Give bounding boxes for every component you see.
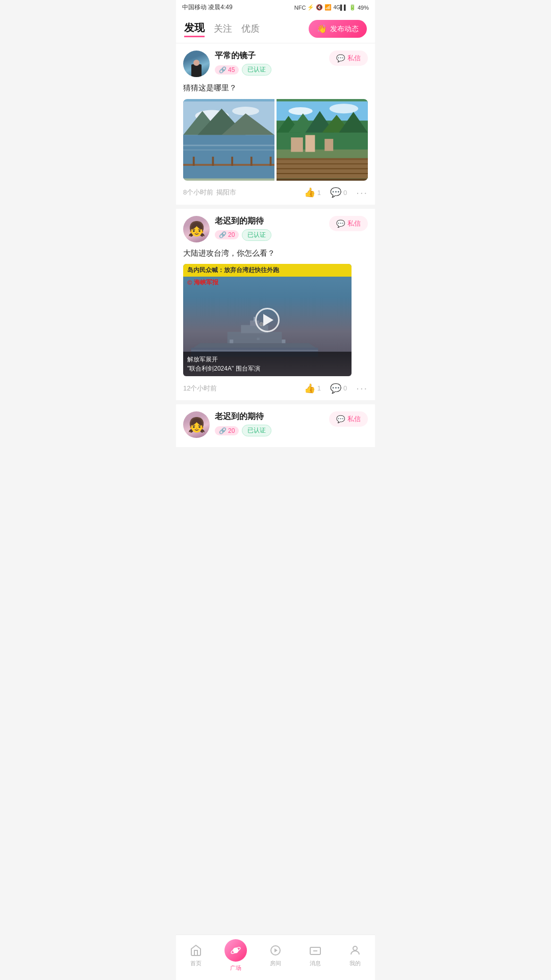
post-meta: 8个小时前 揭阳市 — [183, 188, 296, 197]
svg-rect-44 — [257, 338, 259, 340]
verified-tag: 已认证 — [242, 229, 271, 241]
svg-rect-28 — [277, 158, 368, 160]
post-time: 12个小时前 — [183, 384, 217, 393]
like-button[interactable]: 👍 1 — [304, 383, 321, 394]
private-message-button[interactable]: 💬 私信 — [329, 51, 368, 66]
post-footer: 12个小时前 👍 1 💬 0 ··· — [183, 382, 368, 394]
verified-tag: 已认证 — [242, 425, 271, 436]
svg-rect-32 — [291, 137, 303, 152]
follower-icon: 🔗 — [219, 231, 227, 238]
tab-discover[interactable]: 发现 — [184, 21, 205, 37]
user-tags: 🔗 20 已认证 — [215, 229, 271, 241]
svg-rect-43 — [282, 339, 285, 343]
status-carrier: 中国移动 凌晨4:49 — [182, 3, 233, 12]
more-options-button[interactable]: ··· — [356, 187, 368, 199]
signal-icon: 4G▌▌ — [333, 5, 347, 10]
comment-button[interactable]: 💬 0 — [330, 187, 347, 198]
svg-rect-14 — [251, 156, 253, 165]
user-info: 老迟到的期待 🔗 20 已认证 — [215, 216, 271, 241]
comment-count: 0 — [343, 384, 347, 392]
avatar-person-silhouette — [189, 57, 204, 77]
video-top-bar: 岛内民众喊：放弃台湾赶快往外跑 — [183, 264, 352, 277]
svg-rect-10 — [183, 164, 274, 166]
svg-rect-11 — [193, 156, 195, 165]
svg-rect-13 — [231, 156, 233, 165]
post-location: 揭阳市 — [216, 188, 236, 197]
battery-percent: 49% — [358, 5, 369, 11]
private-message-button[interactable]: 💬 私信 — [329, 216, 368, 231]
post-header: 平常的镜子 🔗 45 已认证 💬 私信 — [183, 51, 368, 77]
hand-icon: 👋 — [317, 24, 327, 34]
svg-rect-37 — [228, 332, 282, 343]
post-header: 👧 老迟到的期待 🔗 20 已认证 💬 私信 — [183, 216, 368, 242]
avatar-girl-icon: 👧 — [188, 220, 206, 237]
svg-rect-9 — [183, 149, 274, 150]
svg-point-18 — [289, 107, 313, 114]
svg-rect-34 — [324, 139, 333, 151]
follower-tag: 🔗 45 — [215, 65, 239, 75]
ship-svg — [188, 316, 321, 357]
username: 老迟到的期待 — [215, 411, 271, 422]
post-content: 大陆进攻台湾，你怎么看？ — [183, 248, 368, 259]
post-video[interactable]: 岛内民众喊：放弃台湾赶快往外跑 © 海峡军报 — [183, 264, 352, 376]
bubble-icon: 💬 — [336, 415, 345, 423]
post-meta: 12个小时前 — [183, 384, 296, 393]
like-count: 1 — [317, 189, 321, 197]
private-message-button[interactable]: 💬 私信 — [329, 411, 368, 427]
play-triangle-icon — [263, 314, 273, 326]
post-footer: 8个小时前 揭阳市 👍 1 💬 0 ··· — [183, 187, 368, 199]
nav-tabs: 发现 关注 优质 — [184, 21, 260, 37]
play-button[interactable] — [255, 308, 280, 332]
video-logo: © 海峡军报 — [187, 278, 218, 287]
svg-rect-46 — [191, 350, 318, 351]
status-icons: NFC ⚡ 🔇 📶 4G▌▌ 🔋 49% — [294, 4, 369, 11]
wifi-icon: 📶 — [324, 4, 332, 11]
svg-rect-15 — [270, 156, 272, 165]
avatar-girl-icon: 👧 — [188, 416, 206, 433]
post-image-lake — [183, 99, 274, 181]
svg-rect-42 — [230, 339, 233, 343]
follower-tag: 🔗 20 — [215, 426, 239, 435]
post-header: 👧 老迟到的期待 🔗 20 已认证 💬 私信 — [183, 411, 368, 438]
post-card: 平常的镜子 🔗 45 已认证 💬 私信 猜猜这是哪里？ — [176, 43, 375, 205]
tab-quality[interactable]: 优质 — [241, 22, 260, 36]
follower-tag: 🔗 20 — [215, 230, 239, 239]
post-time: 8个小时前 — [183, 188, 213, 197]
like-button[interactable]: 👍 1 — [304, 187, 321, 198]
svg-point-19 — [330, 104, 359, 113]
verified-tag: 已认证 — [242, 64, 271, 76]
comment-count: 0 — [343, 189, 347, 197]
main-header: 发现 关注 优质 👋 发布动态 — [176, 15, 375, 43]
svg-rect-8 — [183, 144, 274, 146]
dock-scene-svg — [277, 99, 368, 181]
follower-icon: 🔗 — [219, 427, 227, 434]
more-options-button[interactable]: ··· — [356, 382, 368, 394]
user-info: 老迟到的期待 🔗 20 已认证 — [215, 411, 271, 436]
images-grid — [183, 99, 368, 181]
post-image-dock — [277, 99, 368, 181]
avatar: 👧 — [183, 216, 210, 242]
like-icon: 👍 — [304, 187, 315, 198]
post-card: 👧 老迟到的期待 🔗 20 已认证 💬 私信 — [176, 404, 375, 447]
bubble-icon: 💬 — [336, 54, 345, 62]
follower-icon: 🔗 — [219, 66, 227, 74]
feed: 平常的镜子 🔗 45 已认证 💬 私信 猜猜这是哪里？ — [176, 43, 375, 447]
avatar — [183, 51, 210, 77]
bubble-icon: 💬 — [336, 219, 345, 228]
username: 平常的镜子 — [215, 51, 271, 61]
comment-button[interactable]: 💬 0 — [330, 383, 347, 394]
post-actions: 👍 1 💬 0 ··· — [304, 187, 368, 199]
video-bottom-text: 解放军展开 "联合利剑2024A" 围台军演 — [183, 352, 352, 376]
svg-rect-33 — [306, 135, 315, 152]
tab-follow[interactable]: 关注 — [214, 22, 232, 36]
svg-rect-12 — [212, 156, 214, 165]
battery-icon: 🔋 — [349, 4, 356, 11]
post-actions: 👍 1 💬 0 ··· — [304, 382, 368, 394]
post-content: 猜猜这是哪里？ — [183, 82, 368, 94]
lake-scene-svg — [183, 99, 274, 181]
user-tags: 🔗 45 已认证 — [215, 64, 271, 76]
like-icon: 👍 — [304, 383, 315, 394]
avatar: 👧 — [183, 411, 210, 438]
publish-button[interactable]: 👋 发布动态 — [309, 20, 367, 38]
svg-rect-7 — [183, 135, 274, 178]
